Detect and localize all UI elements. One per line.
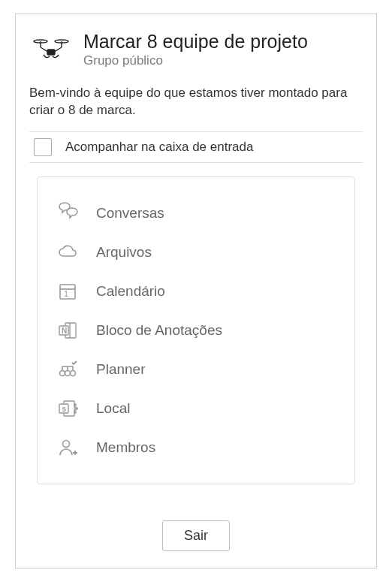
planner-icon [56, 357, 80, 381]
nav-label: Planner [96, 361, 146, 378]
nav-item-planner[interactable]: Planner [53, 350, 339, 389]
chat-icon [56, 201, 80, 225]
calendar-icon: 1 [56, 279, 80, 303]
nav-item-members[interactable]: Membros [53, 428, 339, 467]
nav-item-notebook[interactable]: N Bloco de Anotações [53, 311, 339, 350]
welcome-text: Bem-vindo à equipe do que estamos tiver … [29, 85, 363, 119]
group-title: Marcar 8 equipe de projeto [83, 31, 308, 53]
members-icon [56, 436, 80, 460]
notebook-icon: N [56, 318, 80, 342]
footer: Sair [29, 507, 363, 551]
nav-label: Conversas [96, 205, 164, 222]
svg-point-21 [63, 440, 70, 447]
svg-point-12 [60, 370, 65, 375]
nav-label: Local [96, 400, 130, 417]
drone-icon [33, 38, 69, 61]
nav-card: Conversas Arquivos 1 Calendário [37, 176, 355, 484]
svg-rect-4 [47, 50, 55, 55]
group-subtitle: Grupo público [83, 53, 308, 68]
svg-point-13 [65, 370, 71, 375]
follow-checkbox[interactable] [34, 138, 52, 156]
nav-label: Arquivos [96, 244, 152, 261]
nav-item-site[interactable]: s Local [53, 389, 339, 428]
svg-point-14 [71, 370, 76, 375]
follow-in-inbox-row[interactable]: Acompanhar na caixa de entrada [29, 131, 363, 163]
nav-item-files[interactable]: Arquivos [53, 233, 339, 272]
nav-label: Membros [96, 439, 155, 456]
cloud-icon [56, 240, 80, 264]
nav-label: Calendário [96, 283, 165, 300]
follow-label: Acompanhar na caixa de entrada [65, 140, 253, 155]
group-panel: Marcar 8 equipe de projeto Grupo público… [15, 14, 377, 568]
site-icon: s [56, 397, 80, 421]
nav-item-conversations[interactable]: Conversas [53, 194, 339, 233]
group-title-block: Marcar 8 equipe de projeto Grupo público [83, 31, 308, 69]
group-avatar [29, 28, 73, 71]
svg-text:N: N [62, 327, 67, 335]
nav-item-calendar[interactable]: 1 Calendário [53, 272, 339, 311]
nav-label: Bloco de Anotações [96, 322, 222, 339]
svg-text:1: 1 [64, 289, 68, 298]
leave-button[interactable]: Sair [162, 520, 230, 551]
svg-text:s: s [62, 405, 67, 413]
group-header: Marcar 8 equipe de projeto Grupo público [29, 28, 363, 71]
